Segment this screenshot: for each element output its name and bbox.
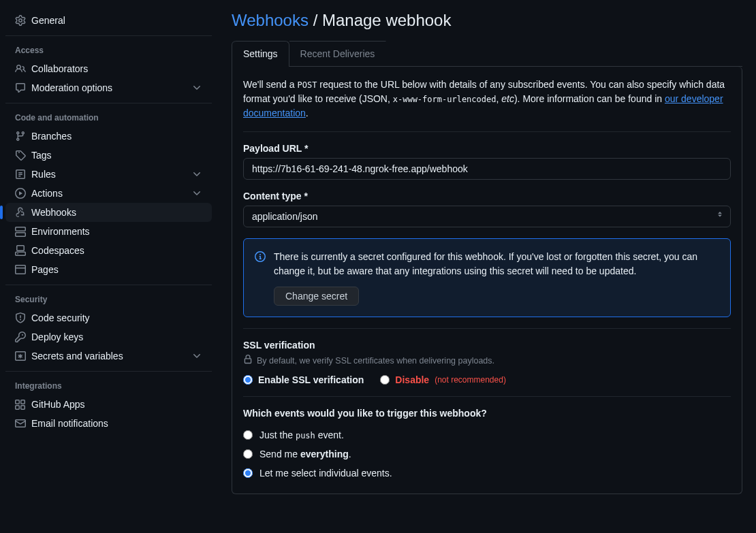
sidebar-item-label: Email notifications — [31, 418, 202, 429]
ssl-disable-radio[interactable] — [380, 375, 390, 385]
branch-icon — [15, 131, 26, 142]
people-icon — [15, 63, 26, 74]
sidebar-group-code: Code and automation Branches Tags Rules … — [5, 103, 212, 285]
lock-icon — [243, 355, 253, 366]
chevron-down-icon — [191, 82, 202, 93]
sidebar-item-tags[interactable]: Tags — [5, 146, 212, 165]
codespaces-icon — [15, 245, 26, 256]
payload-url-group: Payload URL * — [243, 143, 731, 180]
sidebar-group-integrations: Integrations GitHub Apps Email notificat… — [5, 372, 212, 438]
sidebar-item-webhooks[interactable]: Webhooks — [5, 203, 212, 222]
sidebar-item-label: Actions — [31, 188, 186, 199]
key-icon — [15, 332, 26, 342]
apps-icon — [15, 399, 26, 410]
sidebar-item-label: Pages — [31, 264, 202, 275]
content-type-group: Content type * application/json — [243, 191, 731, 227]
sidebar-item-pages[interactable]: Pages — [5, 260, 212, 279]
event-everything-option[interactable]: Send me everything. — [243, 445, 731, 464]
sidebar-item-actions[interactable]: Actions — [5, 184, 212, 203]
ssl-enable-option[interactable]: Enable SSL verification — [243, 374, 364, 385]
sidebar-item-general[interactable]: General — [5, 11, 212, 30]
chevron-down-icon — [191, 188, 202, 199]
breadcrumb-separator: / — [313, 11, 318, 29]
sidebar-item-environments[interactable]: Environments — [5, 222, 212, 241]
shield-icon — [15, 312, 26, 323]
sidebar-item-code-security[interactable]: Code security — [5, 308, 212, 327]
ssl-disable-option[interactable]: Disable (not recommended) — [380, 374, 506, 385]
event-individual-option[interactable]: Let me select individual events. — [243, 464, 731, 483]
event-just-push-option[interactable]: Just the push event. — [243, 425, 731, 445]
events-section: Which events would you like to trigger t… — [243, 408, 731, 483]
event-just-push-radio[interactable] — [243, 430, 253, 440]
tag-icon — [15, 150, 26, 161]
rules-icon — [15, 169, 26, 180]
sidebar-heading-integrations: Integrations — [5, 377, 212, 395]
sidebar-item-label: Codespaces — [31, 245, 202, 256]
sidebar-item-moderation[interactable]: Moderation options — [5, 78, 212, 97]
sidebar-item-github-apps[interactable]: GitHub Apps — [5, 395, 212, 414]
sidebar-item-label: Code security — [31, 312, 202, 323]
chevron-down-icon — [191, 351, 202, 361]
change-secret-button[interactable]: Change secret — [274, 287, 359, 306]
sidebar-item-label: Moderation options — [31, 82, 186, 93]
info-icon — [255, 251, 266, 264]
event-individual-radio[interactable] — [243, 468, 253, 478]
sidebar-item-codespaces[interactable]: Codespaces — [5, 241, 212, 260]
sidebar-heading-code: Code and automation — [5, 109, 212, 127]
tabs: Settings Recent Deliveries — [232, 41, 742, 67]
sidebar-item-label: General — [31, 15, 202, 26]
secret-info-text: There is currently a secret configured f… — [274, 250, 719, 278]
sidebar-item-label: Rules — [31, 169, 186, 180]
mail-icon — [15, 418, 26, 429]
sidebar-item-label: Environments — [31, 226, 202, 237]
sidebar-group-access: Access Collaborators Moderation options — [5, 36, 212, 103]
asterisk-icon — [15, 351, 26, 361]
sidebar-group-top: General — [5, 5, 212, 36]
events-title: Which events would you like to trigger t… — [243, 408, 731, 419]
ssl-section: SSL verification By default, we verify S… — [243, 340, 731, 385]
divider — [243, 396, 731, 397]
main-content: Webhooks / Manage webhook Settings Recen… — [218, 0, 756, 533]
ssl-hint: By default, we verify SSL certificates w… — [243, 355, 731, 366]
sidebar-heading-access: Access — [5, 42, 212, 59]
content-type-label: Content type * — [243, 191, 731, 201]
breadcrumb: Webhooks / Manage webhook — [232, 11, 742, 30]
breadcrumb-current: Manage webhook — [322, 11, 451, 29]
code-post: POST — [297, 80, 317, 90]
webhook-icon — [15, 207, 26, 218]
chevron-down-icon — [191, 169, 202, 180]
sidebar-item-label: Deploy keys — [31, 332, 202, 342]
ssl-enable-radio[interactable] — [243, 375, 253, 385]
code-form-encoded: x-www-form-urlencoded — [393, 95, 497, 104]
settings-sidebar: General Access Collaborators Moderation … — [0, 0, 218, 533]
comment-icon — [15, 82, 26, 93]
server-icon — [15, 226, 26, 237]
sidebar-item-label: Branches — [31, 131, 202, 142]
breadcrumb-root-link[interactable]: Webhooks — [232, 11, 309, 29]
play-icon — [15, 188, 26, 199]
secret-info-box: There is currently a secret configured f… — [243, 238, 731, 317]
sidebar-item-deploy-keys[interactable]: Deploy keys — [5, 327, 212, 346]
sidebar-item-label: Collaborators — [31, 63, 202, 74]
divider — [243, 328, 731, 329]
event-everything-radio[interactable] — [243, 449, 253, 459]
sidebar-item-label: Webhooks — [31, 207, 202, 218]
content-type-select[interactable]: application/json — [243, 206, 731, 227]
sidebar-item-collaborators[interactable]: Collaborators — [5, 59, 212, 78]
tab-settings[interactable]: Settings — [232, 41, 289, 67]
settings-panel: We'll send a POST request to the URL bel… — [232, 67, 742, 494]
sidebar-item-branches[interactable]: Branches — [5, 127, 212, 146]
sidebar-heading-security: Security — [5, 291, 212, 308]
intro-text: We'll send a POST request to the URL bel… — [243, 78, 731, 132]
browser-icon — [15, 264, 26, 275]
sidebar-item-email-notifications[interactable]: Email notifications — [5, 414, 212, 433]
payload-url-input[interactable] — [243, 158, 731, 180]
sidebar-item-secrets[interactable]: Secrets and variables — [5, 346, 212, 366]
payload-url-label: Payload URL * — [243, 143, 731, 154]
sidebar-item-label: Secrets and variables — [31, 351, 186, 361]
tab-recent-deliveries[interactable]: Recent Deliveries — [289, 41, 387, 66]
ssl-title: SSL verification — [243, 340, 731, 351]
sidebar-item-rules[interactable]: Rules — [5, 165, 212, 184]
sidebar-group-security: Security Code security Deploy keys Secre… — [5, 285, 212, 372]
gear-icon — [15, 15, 26, 26]
